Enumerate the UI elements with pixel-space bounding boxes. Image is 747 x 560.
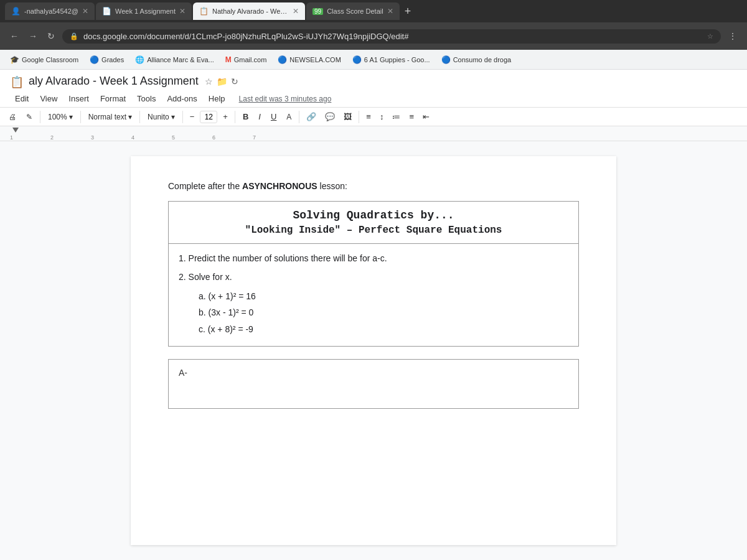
line-spacing-button[interactable]: ↕ (377, 110, 387, 123)
tab-icon-nathalya: 👤 (11, 7, 21, 16)
table-title-2: "Looking Inside" – Perfect Square Equati… (245, 225, 502, 236)
underline-button[interactable]: U (267, 110, 280, 123)
tab-nathaly-active[interactable]: 📋 Nathaly Alvarado - Week 1 Assig ✕ (193, 2, 305, 20)
doc-page: Complete after the ASYNCHRONOUS lesson: … (131, 156, 616, 545)
bookmark-icon-alliance: 🌐 (135, 55, 144, 64)
bookmark-label-consumo: Consumo de droga (453, 56, 512, 63)
font-size-display[interactable]: 12 (200, 111, 217, 123)
bookmark-icon-gmail: M (225, 55, 232, 64)
docs-title-icons: ☆ 📁 ↻ (205, 77, 238, 86)
menu-addons[interactable]: Add-ons (162, 91, 202, 106)
font-chevron-icon: ▾ (171, 113, 175, 121)
bookmark-label-guppies: 6 A1 Guppies - Goo... (364, 56, 430, 63)
bookmark-google-classroom[interactable]: 🎓 Google Classroom (5, 54, 83, 65)
tab-title-score: Class Score Detail (327, 7, 383, 15)
ruler-mark-3: 3 (91, 134, 94, 141)
print-preview-btn[interactable]: 🖨 (5, 111, 20, 123)
doc-area[interactable]: Complete after the ASYNCHRONOUS lesson: … (0, 141, 747, 560)
zoom-dropdown[interactable]: 100% ▾ (44, 111, 77, 123)
bookmark-alliance[interactable]: 🌐 Alliance Marc & Eva... (130, 54, 219, 65)
doc-table: Solving Quadratics by... "Looking Inside… (168, 201, 579, 347)
font-size-minus-btn[interactable]: − (187, 110, 198, 123)
bookmark-guppies[interactable]: 🔵 6 A1 Guppies - Goo... (347, 54, 435, 65)
last-edit-text[interactable]: Last edit was 3 minutes ago (239, 95, 332, 103)
tab-nathalya[interactable]: 👤 -nathalya54542@ ✕ (5, 2, 95, 20)
font-value: Nunito (148, 113, 169, 121)
doc-table-body-cell: 1. Predict the number of solutions there… (169, 244, 579, 347)
new-tab-button[interactable]: + (401, 5, 415, 18)
bookmark-consumo[interactable]: 🔵 Consumo de droga (436, 54, 517, 65)
ruler-indent-marker[interactable] (12, 128, 19, 133)
docs-container: 📋 aly Alvarado - Week 1 Assignment ☆ 📁 ↻… (0, 70, 747, 560)
zoom-chevron-icon: ▾ (69, 113, 73, 121)
bookmark-label-grades: Grades (101, 56, 124, 63)
tab-icon-active: 📋 (199, 7, 209, 16)
bookmark-icon-newsela: 🔵 (278, 55, 287, 64)
docs-title-bar: 📋 aly Alvarado - Week 1 Assignment ☆ 📁 ↻… (0, 70, 747, 108)
extensions-button[interactable]: ⋮ (726, 29, 740, 44)
list-button[interactable]: ≔ (389, 110, 403, 123)
comment-button[interactable]: 💬 (322, 110, 338, 123)
docs-title-text: aly Alvarado - Week 1 Assignment (29, 75, 199, 88)
toolbar-sep-7 (359, 111, 359, 123)
numbered-list-button[interactable]: ≡ (406, 110, 417, 123)
toolbar-sep-6 (299, 111, 299, 123)
style-chevron-icon: ▾ (128, 113, 132, 121)
bold-button[interactable]: B (239, 110, 252, 123)
subitem-c: c. (x + 8)² = -9 (199, 322, 568, 336)
back-button[interactable]: ← (7, 29, 21, 44)
menu-help[interactable]: Help (204, 91, 230, 106)
url-box[interactable]: 🔒 docs.google.com/document/d/1CLmcP-jo80… (62, 29, 721, 44)
tab-close-week1[interactable]: ✕ (179, 7, 186, 16)
ruler-mark-2: 2 (50, 134, 54, 141)
bookmark-icon-grades: 🔵 (90, 55, 99, 64)
menu-view[interactable]: View (35, 91, 62, 106)
subitem-b: b. (3x - 1)² = 0 (199, 306, 568, 319)
list-item-2: 2. Solve for x. (179, 270, 568, 284)
sync-icon[interactable]: ↻ (231, 77, 238, 86)
ruler-mark-4: 4 (131, 134, 134, 141)
text-color-button[interactable]: A (283, 111, 295, 123)
reload-button[interactable]: ↻ (45, 29, 57, 44)
tab-close-nathalya[interactable]: ✕ (82, 7, 88, 16)
link-button[interactable]: 🔗 (303, 110, 319, 123)
bookmark-icon-consumo: 🔵 (441, 55, 451, 64)
bookmark-grades[interactable]: 🔵 Grades (85, 54, 129, 65)
toolbar-sep-1 (40, 111, 40, 123)
bookmark-label-alliance: Alliance Marc & Eva... (147, 56, 214, 63)
forward-button[interactable]: → (26, 29, 40, 44)
style-dropdown[interactable]: Normal text ▾ (85, 111, 136, 123)
zoom-value: 100% (48, 113, 67, 121)
tab-close-active[interactable]: ✕ (293, 7, 299, 16)
drive-icon[interactable]: 📁 (217, 77, 227, 86)
ruler: 1 2 3 4 5 6 7 (0, 126, 747, 141)
star-icon[interactable]: ☆ (205, 77, 213, 86)
menu-tools[interactable]: Tools (132, 91, 161, 106)
spell-check-btn[interactable]: ✎ (22, 111, 36, 123)
ruler-mark-7: 7 (253, 134, 256, 141)
doc-answer-area[interactable]: A- (168, 359, 579, 409)
image-button[interactable]: 🖼 (341, 110, 355, 123)
menu-insert[interactable]: Insert (63, 91, 94, 106)
tab-week1[interactable]: 📄 Week 1 Assignment ✕ (96, 2, 192, 20)
tab-class-score[interactable]: 99 Class Score Detail ✕ (306, 2, 400, 20)
font-size-plus-btn[interactable]: + (220, 110, 231, 123)
bookmark-gmail[interactable]: M Gmail.com (220, 54, 272, 65)
list-item-1: 1. Predict the number of solutions there… (179, 251, 568, 265)
doc-sublist: a. (x + 1)² = 16 b. (3x - 1)² = 0 c. (x … (179, 289, 568, 336)
font-dropdown[interactable]: Nunito ▾ (144, 111, 179, 123)
ruler-mark-6: 6 (212, 134, 215, 141)
tab-close-score[interactable]: ✕ (387, 7, 393, 16)
doc-table-header-cell: Solving Quadratics by... "Looking Inside… (169, 202, 579, 244)
bookmark-newsela[interactable]: 🔵 NEWSELA.COM (273, 54, 346, 65)
bookmark-star-icon[interactable]: ☆ (707, 32, 713, 40)
menu-format[interactable]: Format (95, 91, 131, 106)
bookmark-icon-classroom: 🎓 (10, 55, 19, 64)
menu-edit[interactable]: Edit (10, 91, 34, 106)
align-button[interactable]: ≡ (363, 110, 374, 123)
indent-decrease-button[interactable]: ⇤ (420, 110, 433, 123)
bookmark-icon-guppies: 🔵 (352, 55, 362, 64)
tab-title-active: Nathaly Alvarado - Week 1 Assig (212, 7, 289, 15)
italic-button[interactable]: I (255, 110, 265, 123)
tab-title-week1: Week 1 Assignment (115, 7, 176, 15)
